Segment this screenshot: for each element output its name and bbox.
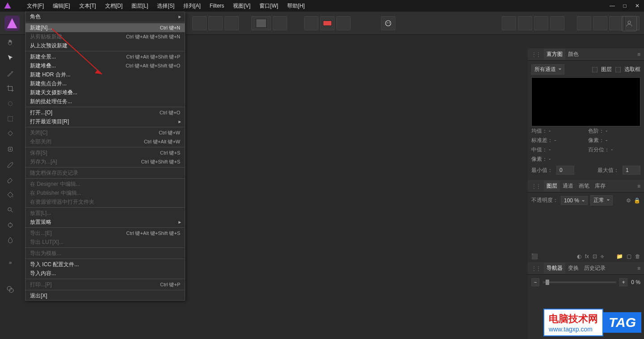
panel-grip-icon[interactable]: ⋮⋮ [531, 183, 540, 189]
zoom-out-button[interactable]: − [531, 278, 539, 286]
menu-item[interactable]: 打开...[O]Ctrl 键+O [25, 108, 185, 117]
toolbar-btn-7[interactable] [273, 16, 287, 30]
menu-item[interactable]: 新建天文摄影堆叠... [25, 88, 185, 97]
tab-channels[interactable]: 通道 [560, 180, 576, 192]
panel-menu-icon[interactable]: ≡ [637, 265, 640, 272]
fx-icon[interactable]: fx [585, 253, 589, 259]
opacity-select[interactable]: 100 % [561, 196, 588, 205]
panel-menu-icon[interactable]: ≡ [637, 183, 640, 189]
menu-item[interactable]: 新建[N]...Ctrl 键+N [25, 23, 185, 32]
mask-layer-icon[interactable]: ⬛ [531, 253, 538, 259]
erase-tool[interactable] [4, 173, 17, 186]
minimize-button[interactable]: — [609, 3, 615, 9]
tab-color[interactable]: 颜色 [565, 49, 581, 60]
add-layer-icon[interactable]: ▢ [627, 253, 631, 259]
menu-item[interactable]: 导入 ICC 配置文件... [25, 260, 185, 269]
blur-tool[interactable] [4, 234, 17, 247]
toolbar-btn-r3[interactable] [534, 16, 548, 30]
blend-mode-select[interactable]: 正常 [590, 195, 613, 205]
layer-fx-icon[interactable]: ⚙ [626, 197, 631, 204]
color-chooser[interactable] [4, 283, 17, 296]
tab-histogram[interactable]: 直方图 [544, 49, 565, 60]
flood-select-tool[interactable] [4, 128, 17, 140]
menu-item[interactable]: 新的批处理任务... [25, 97, 185, 106]
tab-transform[interactable]: 变换 [565, 263, 581, 274]
expand-tools-icon[interactable]: » [4, 256, 17, 269]
tab-history[interactable]: 历史记录 [581, 263, 608, 274]
hand-tool[interactable] [4, 37, 17, 49]
svg-point-5 [389, 22, 390, 23]
menu-item[interactable]: 从上次预设新建 [25, 41, 185, 50]
menu-arrange[interactable]: 排列[A] [179, 0, 205, 12]
toolbar-btn-5[interactable] [208, 16, 223, 30]
toolbar-btn-r6[interactable] [593, 16, 607, 30]
healing-tool[interactable] [4, 143, 17, 155]
maximize-button[interactable]: □ [622, 3, 628, 9]
crop-tool[interactable] [4, 82, 17, 95]
tab-navigator[interactable]: 导航器 [544, 263, 565, 274]
panel-menu-icon[interactable]: ≡ [637, 51, 640, 58]
folder-icon[interactable]: 📁 [616, 253, 623, 259]
menu-item[interactable]: 角色▸ [25, 12, 185, 21]
toolbar-btn-r2[interactable] [518, 16, 532, 30]
menu-select[interactable]: 选择[S] [153, 0, 179, 12]
menu-item[interactable]: 新建全景...Ctrl 键+Alt 键+Shift 键+P [25, 52, 185, 61]
close-button[interactable]: ✕ [634, 3, 640, 9]
menu-filters[interactable]: Filters [205, 0, 229, 11]
layer-checkbox[interactable] [592, 67, 597, 72]
menu-document[interactable]: 文档[D] [101, 0, 127, 12]
move-tool[interactable] [4, 52, 17, 64]
menu-item[interactable]: 退出[X] [25, 291, 185, 300]
color-picker-tool[interactable] [4, 67, 17, 80]
link-icon[interactable]: ⎆ [601, 253, 604, 259]
panel-grip-icon[interactable]: ⋮⋮ [531, 51, 540, 58]
toolbar-btn-8[interactable] [304, 16, 318, 30]
toolbar-btn-6[interactable] [225, 16, 239, 30]
menu-item[interactable]: 放置策略▸ [25, 218, 185, 226]
menu-item[interactable]: 打开最近项目[R]▸ [25, 117, 185, 126]
min-input[interactable]: 0 [556, 166, 574, 175]
toolbar-btn-r4[interactable] [550, 16, 564, 30]
menu-layer[interactable]: 图层[L] [127, 0, 153, 12]
menu-help[interactable]: 帮助[H] [283, 0, 309, 12]
tab-stock[interactable]: 库存 [592, 180, 608, 192]
marquee-checkbox[interactable] [615, 67, 621, 72]
account-button[interactable] [622, 16, 637, 31]
menu-view[interactable]: 视图[V] [229, 0, 255, 12]
selection-brush-tool[interactable] [4, 97, 17, 110]
assistant-icon[interactable] [381, 16, 395, 30]
menu-file[interactable]: 文件[F] [22, 0, 48, 12]
menu-item[interactable]: 导入内容... [25, 269, 185, 278]
clone-tool[interactable] [4, 219, 17, 231]
menu-edit[interactable]: 编辑[E] [48, 0, 75, 12]
menu-item-label: 打开...[O] [30, 109, 160, 117]
menu-window[interactable]: 窗口[W] [255, 0, 283, 12]
panel-grip-icon[interactable]: ⋮⋮ [531, 265, 540, 272]
menu-item-shortcut: Ctrl 键+Alt 键+Shift 键+S [126, 230, 180, 237]
menu-item[interactable]: 新建堆叠...Ctrl 键+Alt 键+Shift 键+O [25, 61, 185, 70]
color-swatch-button[interactable] [320, 16, 335, 30]
tab-layers[interactable]: 图层 [544, 180, 560, 192]
stat-pixels2-value: - [606, 137, 607, 143]
menu-text[interactable]: 文本[T] [75, 0, 101, 12]
toolbar-btn-4[interactable] [192, 16, 207, 30]
crop-layer-icon[interactable]: ⊡ [593, 253, 597, 259]
toolbar-btn-r1[interactable] [502, 16, 516, 30]
toolbar-btn-r5[interactable] [577, 16, 591, 30]
zoom-in-button[interactable]: + [619, 278, 627, 286]
menu-item[interactable]: 新建 HDR 合并... [25, 70, 185, 79]
channel-select[interactable]: 所有通道 [531, 64, 564, 75]
fill-swatch[interactable] [251, 16, 271, 30]
dodge-tool[interactable] [4, 204, 17, 216]
tab-brushes[interactable]: 画笔 [576, 180, 592, 192]
paint-brush-tool[interactable] [4, 158, 17, 171]
delete-layer-icon[interactable]: 🗑 [635, 253, 640, 259]
adjustment-icon[interactable]: ◐ [577, 253, 581, 259]
max-input[interactable]: 1 [623, 166, 640, 175]
zoom-slider[interactable] [543, 281, 616, 283]
menu-item[interactable]: 新建焦点合并... [25, 79, 185, 88]
layer-lock-icon[interactable]: 🔒 [634, 197, 640, 204]
marquee-tool[interactable] [4, 113, 17, 125]
toolbar-btn-9[interactable] [336, 16, 351, 30]
fill-tool[interactable] [4, 188, 17, 201]
